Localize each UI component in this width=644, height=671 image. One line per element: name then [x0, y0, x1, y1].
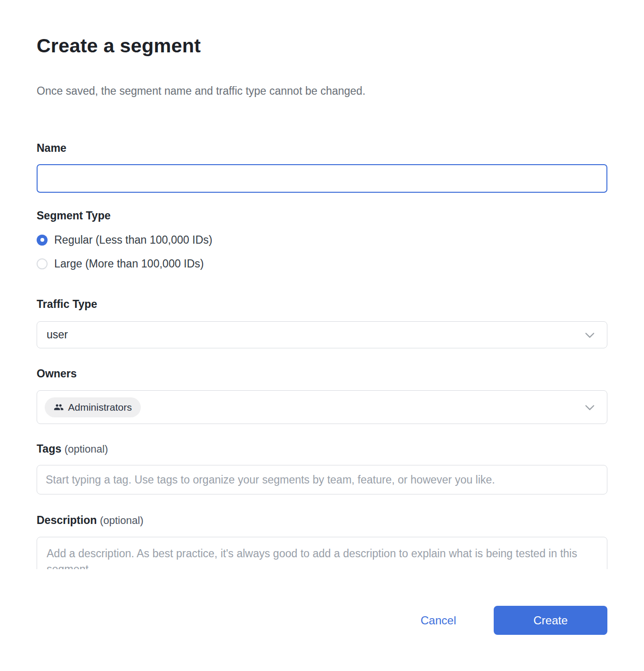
name-label: Name [37, 142, 607, 155]
owners-select[interactable]: Administrators [37, 390, 607, 424]
chevron-down-icon [583, 401, 596, 414]
radio-label: Large (More than 100,000 IDs) [54, 257, 204, 270]
create-segment-dialog: Create a segment Once saved, the segment… [0, 0, 644, 635]
traffic-type-select[interactable]: user [37, 321, 607, 348]
radio-unselected-icon[interactable] [37, 258, 48, 269]
create-button[interactable]: Create [494, 606, 607, 635]
description-label: Description (optional) [37, 514, 607, 527]
owner-chip-administrators[interactable]: Administrators [45, 397, 141, 417]
dialog-subtitle: Once saved, the segment name and traffic… [37, 84, 607, 98]
tags-optional-label: (optional) [64, 443, 108, 455]
traffic-type-label: Traffic Type [37, 298, 607, 311]
tags-input[interactable] [37, 465, 607, 494]
name-input[interactable] [37, 164, 607, 193]
description-optional-label: (optional) [100, 514, 144, 526]
people-icon [54, 402, 64, 412]
cancel-button[interactable]: Cancel [420, 614, 456, 627]
description-textarea[interactable] [37, 537, 607, 569]
description-clip-region [37, 537, 607, 569]
segment-type-option-large[interactable]: Large (More than 100,000 IDs) [37, 257, 607, 270]
page-title: Create a segment [37, 34, 607, 58]
owners-label: Owners [37, 367, 607, 380]
segment-type-label: Segment Type [37, 209, 607, 222]
segment-type-option-regular[interactable]: Regular (Less than 100,000 IDs) [37, 233, 607, 247]
chevron-down-icon [583, 328, 596, 342]
tags-label-text: Tags [37, 443, 61, 455]
tags-label: Tags (optional) [37, 443, 607, 455]
radio-label: Regular (Less than 100,000 IDs) [54, 233, 212, 247]
traffic-type-value: user [47, 328, 68, 341]
description-label-text: Description [37, 514, 97, 526]
dialog-footer: Cancel Create [37, 606, 607, 635]
radio-selected-icon[interactable] [37, 235, 48, 246]
owner-chip-label: Administrators [68, 402, 132, 413]
